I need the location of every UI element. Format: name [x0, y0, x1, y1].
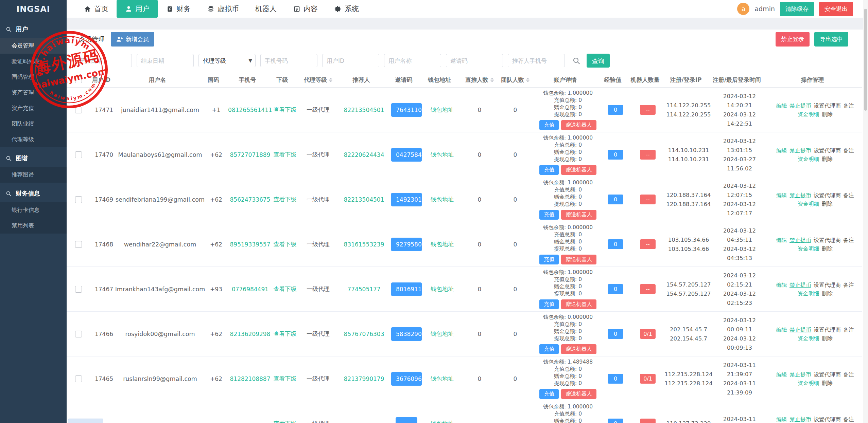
- view-subordinates-link[interactable]: 查看下级: [271, 196, 299, 203]
- wallet-address-link[interactable]: 钱包地址: [422, 285, 463, 293]
- fund-detail-link[interactable]: 资金明细: [798, 379, 819, 387]
- agent-level-select[interactable]: 代理等级: [198, 54, 256, 67]
- ban-withdraw-link[interactable]: 禁止提币: [789, 326, 811, 334]
- logout-button[interactable]: 安全退出: [819, 2, 853, 16]
- col-header-12[interactable]: 账户详情: [534, 76, 602, 84]
- ban-withdraw-link[interactable]: 禁止提币: [789, 281, 811, 289]
- ban-withdraw-link[interactable]: 禁止提币: [789, 146, 811, 155]
- wallet-address-link[interactable]: 钱包地址: [422, 420, 463, 423]
- gift-robot-button[interactable]: 赠送机器人: [561, 165, 596, 175]
- fund-detail-link[interactable]: 资金明细: [798, 289, 819, 298]
- wallet-address-link[interactable]: 钱包地址: [422, 151, 463, 159]
- exp-badge[interactable]: 0: [608, 284, 623, 294]
- col-header-8[interactable]: 邀请码: [391, 76, 422, 84]
- exp-badge[interactable]: 0: [608, 195, 623, 204]
- invite-code-badge[interactable]: [396, 417, 417, 423]
- sidebar-item-member-management[interactable]: 会员管理: [0, 38, 67, 54]
- row-checkbox[interactable]: [75, 331, 82, 337]
- robot-count-badge[interactable]: --: [640, 105, 656, 115]
- edit-link[interactable]: 编辑: [776, 370, 787, 379]
- phone-link[interactable]: 81282108887: [230, 375, 271, 382]
- nav-item-home[interactable]: 首页: [75, 0, 117, 18]
- col-header-4[interactable]: 手机号: [230, 76, 271, 84]
- nav-item-system[interactable]: 系统: [326, 0, 367, 18]
- referrer-link[interactable]: 85767076303: [337, 331, 391, 337]
- phone-link[interactable]: 0776984491: [230, 286, 271, 293]
- col-header-5[interactable]: 下级: [271, 76, 299, 84]
- end-date-input[interactable]: [137, 54, 194, 67]
- edit-link[interactable]: 编辑: [776, 191, 787, 200]
- delete-link[interactable]: 删除: [822, 155, 833, 163]
- exp-badge[interactable]: 0: [608, 329, 623, 339]
- exp-badge[interactable]: 0: [608, 374, 623, 384]
- edit-link[interactable]: 编辑: [776, 236, 787, 244]
- referrer-link[interactable]: 82137990179: [337, 375, 391, 382]
- admin-username[interactable]: admin: [754, 5, 775, 13]
- referrer-link[interactable]: 82220624434: [337, 151, 391, 158]
- col-header-6[interactable]: 代理等级: [299, 76, 337, 84]
- select-all-checkbox[interactable]: [75, 76, 82, 83]
- set-agent-link[interactable]: 设置代理商: [814, 191, 841, 200]
- fund-detail-link[interactable]: 资金明细: [798, 244, 819, 253]
- invite-code-badge[interactable]: 92795807: [391, 238, 422, 251]
- clear-cache-button[interactable]: 清除缓存: [780, 2, 814, 16]
- phone-link[interactable]: 89519339557: [230, 241, 271, 248]
- view-subordinates-link[interactable]: 查看下级: [271, 420, 299, 423]
- sidebar-item-asset-recharge[interactable]: 资产充值: [0, 100, 67, 116]
- fund-detail-link[interactable]: 资金明细: [798, 155, 819, 163]
- wallet-address-link[interactable]: 钱包地址: [422, 375, 463, 383]
- robot-count-badge[interactable]: 0/1: [640, 374, 656, 384]
- tab-member-management[interactable]: 会员管理: [79, 35, 105, 44]
- recharge-button[interactable]: 充值: [539, 255, 559, 264]
- delete-link[interactable]: 删除: [822, 334, 833, 343]
- gift-robot-button[interactable]: 赠送机器人: [561, 210, 596, 220]
- col-header-9[interactable]: 钱包地址: [422, 76, 463, 84]
- row-checkbox[interactable]: [75, 151, 82, 158]
- fund-detail-link[interactable]: 资金明细: [798, 110, 819, 118]
- view-subordinates-link[interactable]: 查看下级: [271, 330, 299, 338]
- col-header-10[interactable]: 直推人数: [463, 76, 497, 84]
- col-header-0[interactable]: [67, 76, 90, 83]
- sort-icon[interactable]: [526, 78, 530, 82]
- remark-link[interactable]: 备注: [843, 281, 854, 289]
- robot-count-badge[interactable]: [640, 419, 656, 423]
- remark-link[interactable]: 备注: [843, 370, 854, 379]
- col-header-11[interactable]: 团队人数: [497, 76, 534, 84]
- user-name-input[interactable]: [384, 54, 441, 67]
- phone-link[interactable]: 081265561411: [230, 107, 271, 113]
- fund-detail-link[interactable]: 资金明细: [798, 200, 819, 208]
- start-date-input[interactable]: [75, 54, 132, 67]
- view-subordinates-link[interactable]: 查看下级: [271, 285, 299, 293]
- col-header-14[interactable]: 机器人数量: [629, 76, 666, 84]
- wallet-address-link[interactable]: 钱包地址: [422, 196, 463, 203]
- phone-link[interactable]: 82136209298: [230, 331, 271, 337]
- invite-code-badge[interactable]: 58382904: [391, 327, 422, 341]
- sidebar-section-users[interactable]: 用户: [0, 20, 67, 38]
- delete-link[interactable]: 删除: [822, 200, 833, 208]
- fund-detail-link[interactable]: 资金明细: [798, 334, 819, 343]
- add-member-button[interactable]: 新增会员: [111, 32, 154, 47]
- recharge-button[interactable]: 充值: [539, 344, 559, 354]
- sidebar-item-asset-management[interactable]: 资产管理: [0, 85, 67, 100]
- view-subordinates-link[interactable]: 查看下级: [271, 240, 299, 248]
- user-id-input[interactable]: [322, 54, 379, 67]
- set-agent-link[interactable]: 设置代理商: [814, 370, 841, 379]
- phone-link[interactable]: 85624733675: [230, 196, 271, 203]
- nav-item-content[interactable]: 内容: [285, 0, 326, 18]
- invite-code-input[interactable]: [446, 54, 503, 67]
- col-header-1[interactable]: 用户ID: [90, 76, 118, 84]
- gift-robot-button[interactable]: 赠送机器人: [561, 255, 596, 264]
- referrer-link[interactable]: 82213504501: [337, 196, 391, 203]
- set-agent-link[interactable]: 设置代理商: [814, 281, 841, 289]
- scrollbar-thumb[interactable]: [864, 9, 867, 111]
- export-selected-button[interactable]: 导出选中: [814, 32, 848, 47]
- sidebar-item-bank-card-info[interactable]: 银行卡信息: [0, 202, 67, 218]
- wallet-address-link[interactable]: 钱包地址: [422, 240, 463, 248]
- edit-link[interactable]: 编辑: [776, 415, 787, 423]
- view-subordinates-link[interactable]: 查看下级: [271, 151, 299, 159]
- sidebar-item-recommend-graph[interactable]: 推荐图谱: [0, 167, 67, 183]
- referrer-phone-input[interactable]: [508, 54, 565, 67]
- invite-code-badge[interactable]: 14923014: [391, 193, 422, 206]
- referrer-link[interactable]: 774505177: [337, 286, 391, 293]
- col-header-17[interactable]: 操作管理: [768, 76, 862, 84]
